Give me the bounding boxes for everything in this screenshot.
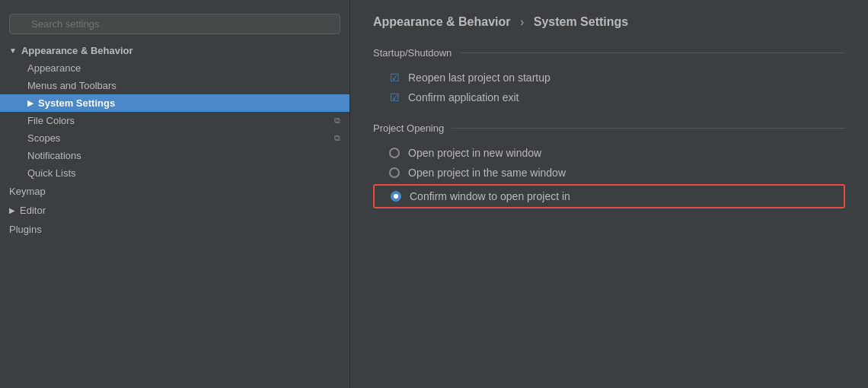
startup-section: Startup/Shutdown ☑ Reopen last project o… bbox=[373, 47, 845, 107]
editor-arrow-icon: ▶ bbox=[9, 206, 15, 215]
breadcrumb-separator: › bbox=[520, 15, 524, 28]
confirm-exit-label: Confirm application exit bbox=[408, 91, 519, 103]
sidebar-item-appearance-behavior[interactable]: ▼ Appearance & Behavior bbox=[0, 42, 349, 59]
sidebar-section-label: Appearance & Behavior bbox=[21, 45, 133, 56]
search-input[interactable] bbox=[9, 14, 340, 34]
confirm-exit-option[interactable]: ☑ Confirm application exit bbox=[373, 87, 845, 107]
reopen-checkbox-icon: ☑ bbox=[388, 72, 400, 84]
sidebar-item-label: Menus and Toolbars bbox=[27, 80, 116, 91]
sidebar-item-editor[interactable]: ▶ Editor bbox=[0, 201, 349, 220]
project-opening-section: Project Opening Open project in new wind… bbox=[373, 122, 845, 208]
sidebar-item-label: Scopes bbox=[27, 132, 60, 144]
expand-arrow-active-icon: ▶ bbox=[27, 99, 34, 107]
search-container: ⚲ bbox=[0, 8, 349, 42]
sidebar-item-label: Plugins bbox=[9, 224, 42, 235]
new-window-radio-icon bbox=[388, 147, 400, 159]
main-content: Appearance & Behavior › System Settings … bbox=[350, 0, 868, 388]
confirm-exit-checkbox-icon: ☑ bbox=[388, 91, 400, 103]
sidebar-item-keymap[interactable]: Keymap bbox=[0, 182, 349, 201]
open-new-window-option[interactable]: Open project in new window bbox=[373, 143, 845, 163]
open-same-window-label: Open project in the same window bbox=[408, 167, 566, 179]
sidebar-item-scopes[interactable]: Scopes ⧉ bbox=[0, 129, 349, 147]
reopen-last-project-option[interactable]: ☑ Reopen last project on startup bbox=[373, 68, 845, 87]
sidebar-item-label: Appearance bbox=[27, 62, 81, 74]
sidebar-item-label: File Colors bbox=[27, 115, 75, 126]
project-opening-section-label: Project Opening bbox=[373, 122, 845, 134]
breadcrumb: Appearance & Behavior › System Settings bbox=[373, 15, 845, 29]
sidebar-item-notifications[interactable]: Notifications bbox=[0, 147, 349, 164]
sidebar-item-label: Notifications bbox=[27, 150, 81, 161]
same-window-radio-icon bbox=[388, 167, 400, 179]
confirm-window-option[interactable]: Confirm window to open project in bbox=[373, 184, 845, 208]
scopes-icon: ⧉ bbox=[334, 133, 340, 143]
sidebar-item-menus-toolbars[interactable]: Menus and Toolbars bbox=[0, 77, 349, 94]
nav-tree: ▼ Appearance & Behavior Appearance Menus… bbox=[0, 42, 349, 380]
sidebar-item-plugins[interactable]: Plugins bbox=[0, 220, 349, 239]
search-wrapper: ⚲ bbox=[9, 14, 340, 34]
breadcrumb-parent: Appearance & Behavior bbox=[373, 15, 511, 28]
sidebar-item-system-settings[interactable]: ▶ System Settings bbox=[0, 94, 349, 112]
confirm-window-radio-icon bbox=[390, 190, 402, 202]
breadcrumb-current: System Settings bbox=[534, 15, 628, 28]
confirm-window-label: Confirm window to open project in bbox=[410, 190, 570, 202]
sidebar-item-appearance[interactable]: Appearance bbox=[0, 59, 349, 77]
startup-section-label: Startup/Shutdown bbox=[373, 47, 845, 59]
sidebar-item-label: Quick Lists bbox=[27, 167, 76, 179]
sidebar-item-label: Editor bbox=[20, 205, 46, 216]
sidebar-item-label: Keymap bbox=[9, 186, 46, 197]
open-same-window-option[interactable]: Open project in the same window bbox=[373, 163, 845, 183]
sidebar-item-file-colors[interactable]: File Colors ⧉ bbox=[0, 112, 349, 129]
sidebar-item-label: System Settings bbox=[38, 97, 115, 109]
file-colors-icon: ⧉ bbox=[334, 116, 340, 126]
reopen-last-project-label: Reopen last project on startup bbox=[408, 72, 550, 84]
open-new-window-label: Open project in new window bbox=[408, 147, 541, 159]
expand-arrow-icon: ▼ bbox=[9, 46, 17, 55]
settings-sidebar: ⚲ ▼ Appearance & Behavior Appearance Men… bbox=[0, 0, 350, 388]
sidebar-item-quick-lists[interactable]: Quick Lists bbox=[0, 164, 349, 182]
